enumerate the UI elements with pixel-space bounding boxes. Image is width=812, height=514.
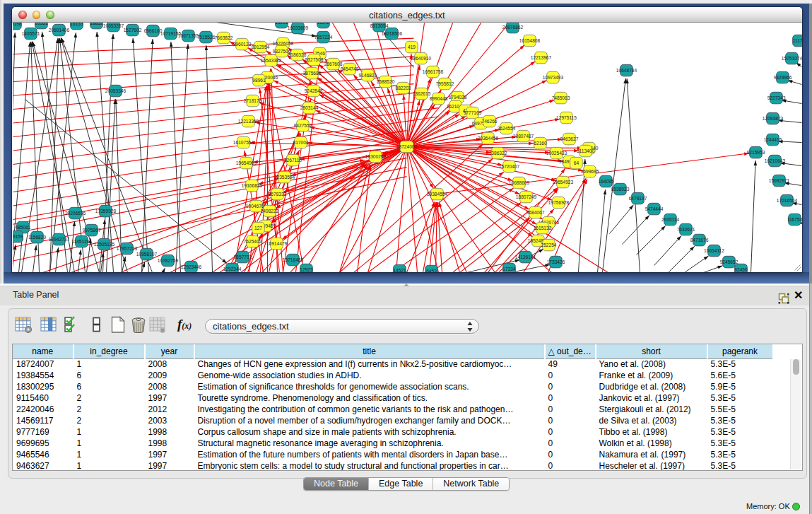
svg-text:98961: 98961 (252, 77, 266, 82)
svg-text:1405571: 1405571 (21, 30, 40, 35)
svg-text:8938923: 8938923 (611, 186, 629, 191)
svg-text:8215953: 8215953 (746, 149, 765, 154)
svg-text:6966160: 6966160 (143, 28, 162, 33)
svg-text:882203: 882203 (395, 85, 411, 90)
svg-text:19166825: 19166825 (241, 182, 262, 187)
svg-text:19218506: 19218506 (381, 30, 402, 35)
svg-text:11174: 11174 (792, 37, 801, 42)
svg-text:62160: 62160 (534, 140, 547, 145)
svg-text:92450: 92450 (734, 267, 748, 271)
svg-text:9227343: 9227343 (767, 95, 785, 100)
svg-text:10653287: 10653287 (102, 23, 124, 28)
svg-text:12213967: 12213967 (530, 54, 551, 59)
svg-text:3624554: 3624554 (497, 125, 515, 130)
svg-text:16033809: 16033809 (287, 25, 308, 30)
svg-text:19654923: 19654923 (552, 179, 573, 184)
svg-text:7386322: 7386322 (488, 150, 507, 155)
svg-text:10025433: 10025433 (546, 150, 567, 155)
svg-text:15692971: 15692971 (768, 177, 789, 182)
svg-text:16153: 16153 (70, 23, 83, 26)
svg-text:17016504: 17016504 (776, 197, 797, 202)
svg-text:3267110: 3267110 (283, 157, 302, 162)
svg-text:12923: 12923 (300, 267, 313, 271)
svg-text:9329966: 9329966 (773, 74, 792, 79)
svg-text:16914479: 16914479 (266, 240, 287, 245)
svg-text:14521: 14521 (393, 267, 406, 271)
svg-text:7485063: 7485063 (551, 95, 570, 100)
svg-text:19384554: 19384554 (426, 191, 447, 196)
svg-text:8912954: 8912954 (251, 44, 269, 49)
svg-text:116753: 116753 (787, 216, 801, 221)
svg-text:9777169: 9777169 (463, 110, 481, 115)
svg-text:164095: 164095 (598, 178, 613, 183)
svg-text:8186328: 8186328 (288, 52, 306, 57)
svg-text:485061: 485061 (15, 224, 30, 229)
svg-text:20206576: 20206576 (64, 210, 86, 215)
svg-text:7857224: 7857224 (314, 34, 332, 39)
svg-text:11142: 11142 (317, 23, 329, 25)
svg-text:20691406: 20691406 (48, 27, 69, 32)
svg-text:15720407: 15720407 (498, 163, 519, 168)
svg-text:20053346: 20053346 (105, 88, 126, 93)
svg-text:17334: 17334 (502, 266, 516, 271)
svg-text:2718176: 2718176 (243, 98, 261, 103)
svg-text:16107554: 16107554 (233, 139, 254, 144)
svg-text:10807487: 10807487 (512, 133, 534, 138)
svg-text:9245652: 9245652 (719, 259, 738, 264)
svg-text:10671355: 10671355 (177, 33, 199, 37)
svg-text:6794028: 6794028 (448, 94, 466, 99)
svg-text:10973493: 10973493 (542, 74, 563, 79)
svg-text:746266: 746266 (481, 118, 497, 123)
svg-text:2867608: 2867608 (324, 61, 342, 66)
svg-text:19198: 19198 (13, 23, 22, 26)
svg-text:9975867: 9975867 (82, 227, 100, 232)
svg-text:19654963: 19654963 (235, 160, 257, 165)
svg-text:14136141: 14136141 (514, 254, 536, 259)
svg-text:1156829: 1156829 (28, 234, 46, 239)
svg-text:1244415: 1244415 (763, 136, 782, 141)
svg-text:419: 419 (407, 44, 415, 49)
svg-text:1527602: 1527602 (123, 27, 141, 32)
svg-text:1292344: 1292344 (223, 266, 241, 271)
svg-text:20531: 20531 (35, 23, 48, 25)
svg-text:8454749: 8454749 (340, 66, 358, 71)
svg-text:18832: 18832 (90, 23, 103, 25)
svg-text:1615132: 1615132 (533, 225, 551, 230)
svg-text:8678332: 8678332 (268, 191, 286, 196)
svg-text:16543382: 16543382 (260, 57, 281, 62)
svg-text:9474444: 9474444 (645, 206, 663, 211)
svg-text:10958107: 10958107 (136, 251, 157, 256)
svg-text:15716485: 15716485 (282, 257, 303, 262)
svg-text:2803144: 2803144 (300, 105, 318, 110)
svg-text:1588520: 1588520 (376, 78, 394, 83)
svg-text:18640910: 18640910 (410, 55, 431, 60)
svg-text:9684067: 9684067 (526, 209, 544, 214)
svg-text:8813054: 8813054 (370, 23, 388, 28)
svg-text:16210643: 16210643 (764, 158, 785, 163)
svg-text:10654112: 10654112 (704, 247, 724, 252)
svg-text:6479197: 6479197 (628, 195, 647, 200)
svg-text:18300295: 18300295 (365, 153, 386, 158)
svg-text:16961758: 16961758 (422, 69, 443, 74)
svg-text:10688609: 10688609 (508, 180, 529, 185)
svg-text:9857791: 9857791 (233, 254, 252, 259)
svg-text:18724007: 18724007 (396, 144, 417, 148)
svg-text:20876862: 20876862 (502, 24, 523, 29)
svg-text:6453: 6453 (426, 268, 437, 271)
svg-text:7625402: 7625402 (243, 238, 261, 243)
svg-text:1733426: 1733426 (546, 259, 565, 264)
svg-text:3875685: 3875685 (302, 70, 321, 75)
svg-text:12975115: 12975115 (556, 115, 577, 119)
svg-text:20364456: 20364456 (477, 135, 498, 140)
svg-text:1498222: 1498222 (260, 208, 278, 213)
svg-text:16154808: 16154808 (519, 37, 540, 42)
svg-text:12093873: 12093873 (762, 115, 783, 120)
svg-text:9463627: 9463627 (560, 136, 578, 141)
svg-text:127: 127 (254, 225, 261, 230)
svg-text:12353594: 12353594 (273, 174, 295, 179)
svg-text:1362615: 1362615 (412, 90, 430, 95)
svg-text:817004: 817004 (293, 139, 308, 144)
svg-text:19756928: 19756928 (548, 199, 569, 204)
svg-text:3113400: 3113400 (576, 148, 594, 153)
svg-text:7663822: 7663822 (214, 35, 233, 40)
